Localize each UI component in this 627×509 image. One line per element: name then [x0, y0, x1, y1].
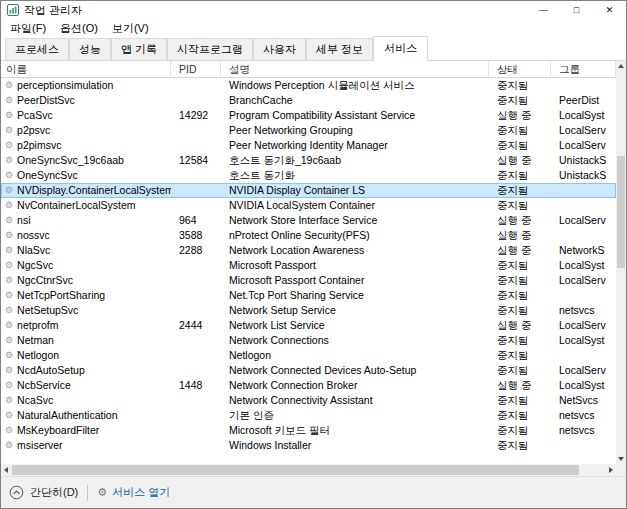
- service-status-cell: 중지됨: [489, 138, 551, 153]
- service-group-cell: [551, 348, 616, 363]
- service-name-cell: ⚙NgcSvc: [1, 258, 171, 273]
- scroll-left-icon[interactable]: [1, 464, 11, 476]
- menu-item[interactable]: 보기(V): [105, 21, 156, 36]
- table-row[interactable]: ⚙perceptionsimulationWindows Perception …: [1, 78, 616, 93]
- tab-7[interactable]: 서비스: [373, 36, 428, 61]
- table-row[interactable]: ⚙MsKeyboardFilterMicrosoft 키보드 필터중지됨nets…: [1, 423, 616, 438]
- column-header-group[interactable]: 그룹: [551, 61, 616, 78]
- table-row[interactable]: ⚙OneSyncSvc호스트 동기화중지됨UnistackS: [1, 168, 616, 183]
- task-manager-window: 작업 관리자 — □ ✕ 파일(F)옵션(O)보기(V) 프로세스성능앱 기록시…: [0, 0, 627, 509]
- tab-6[interactable]: 세부 정보: [306, 38, 373, 60]
- service-status-cell: 실행 중: [489, 228, 551, 243]
- service-pid-cell: [171, 423, 221, 438]
- service-gear-icon: ⚙: [5, 213, 13, 228]
- column-header-pid[interactable]: PID: [171, 61, 221, 78]
- service-group-cell: LocalSyst: [551, 258, 616, 273]
- service-group-cell: [551, 183, 616, 198]
- menu-item[interactable]: 옵션(O): [53, 21, 105, 36]
- service-desc-cell: Peer Networking Identity Manager: [221, 138, 489, 153]
- service-desc-cell: Microsoft Passport: [221, 258, 489, 273]
- table-row[interactable]: ⚙NvContainerLocalSystemNVIDIA LocalSyste…: [1, 198, 616, 213]
- service-status-cell: 중지됨: [489, 168, 551, 183]
- titlebar[interactable]: 작업 관리자 — □ ✕: [1, 1, 626, 19]
- service-name: OneSyncSvc_19c6aab: [17, 153, 124, 168]
- service-name-cell: ⚙OneSyncSvc: [1, 168, 171, 183]
- tab-5[interactable]: 사용자: [253, 38, 306, 60]
- tab-2[interactable]: 성능: [69, 38, 111, 60]
- service-desc-cell: Program Compatibility Assistant Service: [221, 108, 489, 123]
- table-row[interactable]: ⚙NaturalAuthentication기본 인증중지됨netsvcs: [1, 408, 616, 423]
- table-row[interactable]: ⚙NgcCtnrSvcMicrosoft Passport Container중…: [1, 273, 616, 288]
- table-row[interactable]: ⚙p2psvcPeer Networking Grouping중지됨LocalS…: [1, 123, 616, 138]
- service-name: netprofm: [17, 318, 58, 333]
- service-group-cell: [551, 198, 616, 213]
- table-row[interactable]: ⚙NcaSvcNetwork Connectivity Assistant중지됨…: [1, 393, 616, 408]
- vertical-scrollbar[interactable]: [616, 61, 626, 464]
- service-name: NaturalAuthentication: [17, 408, 117, 423]
- horizontal-scroll-thumb[interactable]: [12, 465, 579, 475]
- table-row[interactable]: ⚙NcdAutoSetupNetwork Connected Devices A…: [1, 363, 616, 378]
- service-pid-cell: 2444: [171, 318, 221, 333]
- table-row[interactable]: ⚙NgcSvcMicrosoft Passport중지됨LocalSyst: [1, 258, 616, 273]
- table-row[interactable]: ⚙NlaSvc2288Network Location Awareness실행 …: [1, 243, 616, 258]
- scroll-up-icon[interactable]: [616, 61, 626, 71]
- service-gear-icon: ⚙: [5, 303, 13, 318]
- vertical-scroll-thumb[interactable]: [617, 156, 625, 268]
- service-gear-icon: ⚙: [5, 438, 13, 453]
- service-name: Netlogon: [17, 348, 59, 363]
- service-name: PcaSvc: [17, 108, 53, 123]
- tab-4[interactable]: 시작프로그램: [167, 38, 253, 60]
- table-row[interactable]: ⚙NetSetupSvcNetwork Setup Service중지됨nets…: [1, 303, 616, 318]
- minimize-button[interactable]: —: [527, 1, 560, 19]
- table-row[interactable]: ⚙netprofm2444Network List Service실행 중Loc…: [1, 318, 616, 333]
- column-header-status[interactable]: 상태: [489, 61, 551, 78]
- service-gear-icon: ⚙: [5, 78, 13, 93]
- table-row[interactable]: ⚙PcaSvc14292Program Compatibility Assist…: [1, 108, 616, 123]
- service-name-cell: ⚙MsKeyboardFilter: [1, 423, 171, 438]
- scroll-right-icon[interactable]: [606, 464, 616, 476]
- table-row[interactable]: ⚙NetlogonNetlogon중지됨: [1, 348, 616, 363]
- menu-item[interactable]: 파일(F): [3, 21, 53, 36]
- scroll-down-icon[interactable]: [616, 454, 626, 464]
- table-row[interactable]: ⚙NcbService1448Network Connection Broker…: [1, 378, 616, 393]
- service-name-cell: ⚙Netlogon: [1, 348, 171, 363]
- service-pid-cell: [171, 183, 221, 198]
- service-desc-cell: Windows Installer: [221, 438, 489, 453]
- column-header-name[interactable]: 이름: [1, 61, 171, 78]
- table-row[interactable]: ⚙p2pimsvcPeer Networking Identity Manage…: [1, 138, 616, 153]
- service-status-cell: 중지됨: [489, 408, 551, 423]
- table-row[interactable]: ⚙nsi964Network Store Interface Service실행…: [1, 213, 616, 228]
- horizontal-scrollbar[interactable]: [1, 464, 616, 476]
- service-gear-icon: ⚙: [5, 183, 13, 198]
- table-row[interactable]: ⚙NetTcpPortSharingNet.Tcp Port Sharing S…: [1, 288, 616, 303]
- table-row[interactable]: ⚙OneSyncSvc_19c6aab12584호스트 동기화_19c6aab실…: [1, 153, 616, 168]
- service-status-cell: 중지됨: [489, 258, 551, 273]
- maximize-button[interactable]: □: [560, 1, 593, 19]
- service-gear-icon: ⚙: [5, 363, 13, 378]
- service-desc-cell: Network Connection Broker: [221, 378, 489, 393]
- service-name: NlaSvc: [17, 243, 50, 258]
- table-row[interactable]: ⚙nossvc3588nProtect Online Security(PFS)…: [1, 228, 616, 243]
- service-group-cell: UnistackS: [551, 153, 616, 168]
- tab-1[interactable]: 프로세스: [5, 38, 69, 60]
- service-name-cell: ⚙NcaSvc: [1, 393, 171, 408]
- tab-3[interactable]: 앱 기록: [111, 38, 167, 60]
- service-status-cell: 실행 중: [489, 108, 551, 123]
- service-group-cell: NetworkS: [551, 243, 616, 258]
- column-header-description[interactable]: 설명: [221, 61, 489, 78]
- table-row[interactable]: ⚙msiserverWindows Installer중지됨: [1, 438, 616, 453]
- service-name: NcaSvc: [17, 393, 53, 408]
- service-desc-cell: Network Setup Service: [221, 303, 489, 318]
- close-button[interactable]: ✕: [593, 1, 626, 19]
- table-row[interactable]: ⚙NVDisplay.ContainerLocalSystemNVIDIA Di…: [1, 183, 616, 198]
- service-name: MsKeyboardFilter: [17, 423, 99, 438]
- open-services-link[interactable]: 서비스 열기: [112, 485, 170, 500]
- service-desc-cell: 호스트 동기화_19c6aab: [221, 153, 489, 168]
- table-row[interactable]: ⚙PeerDistSvcBranchCache중지됨PeerDist: [1, 93, 616, 108]
- service-desc-cell: BranchCache: [221, 93, 489, 108]
- service-group-cell: PeerDist: [551, 93, 616, 108]
- service-pid-cell: [171, 303, 221, 318]
- service-pid-cell: [171, 363, 221, 378]
- table-row[interactable]: ⚙NetmanNetwork Connections중지됨LocalSyst: [1, 333, 616, 348]
- fewer-details-button[interactable]: 간단히(D): [30, 485, 78, 500]
